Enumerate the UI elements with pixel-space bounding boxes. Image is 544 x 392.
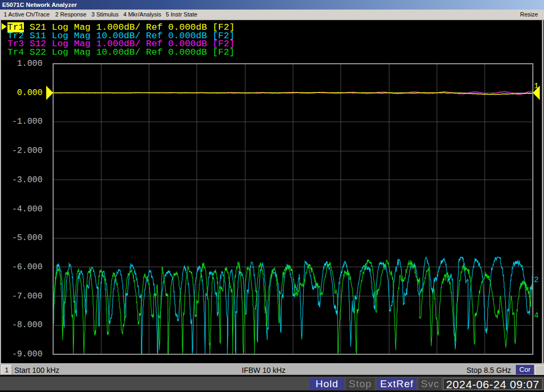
svg-text:2: 2 xyxy=(534,276,539,285)
svg-text:4: 4 xyxy=(534,311,539,320)
